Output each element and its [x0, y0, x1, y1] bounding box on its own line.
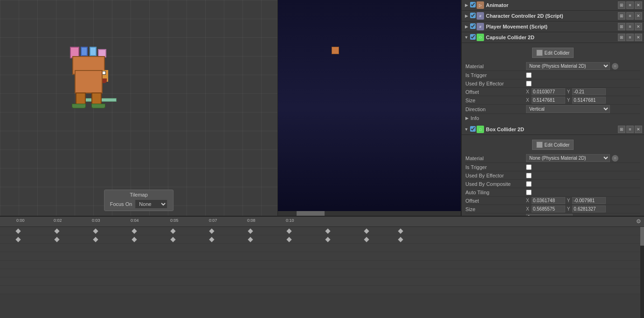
- box-usedbycomposite-checkbox[interactable]: [526, 181, 532, 187]
- capsule-material-picker-btn[interactable]: ○: [612, 63, 618, 70]
- char-hat-mid2: [90, 47, 97, 56]
- keyframe-1-11[interactable]: [398, 228, 403, 233]
- box-material-row: Material None (Physics Material 2D) ○: [465, 154, 640, 163]
- timeline-scrollbar-thumb[interactable]: [640, 227, 644, 246]
- capsule-usedbyeffector-checkbox[interactable]: [526, 81, 532, 86]
- player-movement-arrow[interactable]: ▶: [464, 24, 469, 29]
- box-usedbycomposite-row: Used By Composite: [465, 180, 640, 188]
- keyframe-2-11[interactable]: [398, 237, 403, 242]
- capsule-istrigger-checkbox[interactable]: [526, 72, 532, 78]
- capsule-offset-x[interactable]: [532, 88, 565, 95]
- box-material-dropdown[interactable]: None (Physics Material 2D): [526, 154, 610, 162]
- animator-settings-btn[interactable]: ⊞: [618, 1, 625, 9]
- animator-enabled[interactable]: [470, 2, 476, 7]
- capsule-material-dropdown[interactable]: None (Physics Material 2D): [526, 62, 610, 70]
- inspector-panel[interactable]: ▶ ▷ Animator ⊞ ≡ ✕ ▶ # Character Control…: [461, 0, 644, 216]
- box-edit-collider-icon: [536, 141, 543, 148]
- timeline-track-row-2: [0, 235, 640, 244]
- timeline-tracks[interactable]: [0, 227, 640, 318]
- animator-component-header[interactable]: ▶ ▷ Animator ⊞ ≡ ✕: [462, 0, 644, 11]
- box-size-y[interactable]: [572, 205, 606, 212]
- keyframe-1-6[interactable]: [209, 228, 214, 233]
- animator-arrow[interactable]: ▶: [464, 2, 469, 8]
- keyframe-2-5[interactable]: [170, 237, 175, 242]
- box-size-row: Size X Y: [465, 205, 640, 213]
- player-movement-header[interactable]: ▶ # Player Movement (Script) ⊞ ≡ ✕: [462, 21, 644, 32]
- keyframe-2-9[interactable]: [325, 237, 330, 242]
- capsule-offset-label: Offset: [465, 89, 526, 95]
- keyframe-2-8[interactable]: [286, 237, 291, 242]
- keyframe-1-2[interactable]: [54, 228, 59, 233]
- capsule-collider-header[interactable]: ▼ ⬭ Capsule Collider 2D ⊞ ≡ ✕: [462, 32, 644, 43]
- keyframe-2-4[interactable]: [132, 237, 137, 242]
- player-movement-enabled[interactable]: [470, 23, 476, 29]
- ruler-track: 0:00 0:02 0:03 0:04 0:05 0:07 0:08 0:10: [0, 217, 644, 226]
- game-view[interactable]: [278, 0, 461, 216]
- capsule-info-arrow[interactable]: ▶: [465, 116, 469, 120]
- box-istrigger-checkbox[interactable]: [526, 164, 532, 170]
- char-controller-more-btn[interactable]: ≡: [626, 12, 634, 20]
- capsule-size-y[interactable]: [572, 97, 606, 104]
- box-collider-close-btn[interactable]: ✕: [635, 126, 642, 133]
- timeline-content[interactable]: [0, 227, 644, 318]
- capsule-direction-dropdown[interactable]: Vertical Horizontal: [526, 105, 610, 113]
- keyframe-1-4[interactable]: [132, 228, 137, 233]
- timeline-settings-icon[interactable]: ⚙: [636, 218, 641, 225]
- capsule-offset-y[interactable]: [572, 88, 606, 95]
- box-collider-header[interactable]: ▼ □ Box Collider 2D ⊞ ≡ ✕: [462, 124, 644, 135]
- keyframe-2-1[interactable]: [15, 237, 21, 242]
- capsule-collider-enabled[interactable]: [470, 34, 476, 40]
- box-collider-enabled[interactable]: [470, 126, 476, 132]
- capsule-collider-more-btn[interactable]: ≡: [626, 34, 634, 41]
- capsule-collider-arrow[interactable]: ▼: [464, 35, 469, 40]
- keyframe-2-10[interactable]: [364, 237, 369, 242]
- keyframe-1-1[interactable]: [15, 228, 21, 233]
- timeline-scrollbar-v[interactable]: [640, 227, 644, 318]
- player-movement-settings-btn[interactable]: ⊞: [618, 23, 625, 30]
- box-size-x[interactable]: [532, 205, 565, 212]
- keyframe-2-3[interactable]: [93, 237, 98, 242]
- box-offset-x[interactable]: [532, 197, 565, 204]
- keyframe-2-2[interactable]: [54, 237, 59, 242]
- player-movement-close-btn[interactable]: ✕: [635, 23, 642, 30]
- keyframe-1-9[interactable]: [325, 228, 330, 233]
- box-collider-settings-btn[interactable]: ⊞: [618, 126, 625, 133]
- keyframe-2-7[interactable]: [248, 237, 253, 242]
- capsule-size-x[interactable]: [532, 97, 565, 104]
- focus-on-dropdown[interactable]: None: [135, 199, 167, 209]
- capsule-collider-settings-btn[interactable]: ⊞: [618, 34, 625, 41]
- capsule-collider-close-btn[interactable]: ✕: [635, 34, 642, 41]
- box-usedbyeffector-checkbox[interactable]: [526, 173, 532, 178]
- capsule-collider-icon: ⬭: [477, 34, 484, 41]
- char-controller-close-btn[interactable]: ✕: [635, 12, 642, 20]
- scrollbar-thumb-h[interactable]: [297, 211, 325, 216]
- char-controller-settings-btn[interactable]: ⊞: [618, 12, 625, 20]
- keyframe-2-6[interactable]: [209, 237, 214, 242]
- box-material-picker-btn[interactable]: ○: [612, 155, 618, 162]
- horizontal-scrollbar[interactable]: [278, 211, 461, 216]
- keyframe-1-8[interactable]: [286, 228, 291, 233]
- box-size-x-label: X: [526, 206, 529, 212]
- animator-close-btn[interactable]: ✕: [635, 1, 642, 9]
- keyframe-1-5[interactable]: [170, 228, 175, 233]
- keyframe-1-7[interactable]: [248, 228, 253, 233]
- char-controller-header[interactable]: ▶ # Character Controller 2D (Script) ⊞ ≡…: [462, 11, 644, 21]
- box-usedbycomposite-label: Used By Composite: [465, 181, 526, 187]
- char-controller-arrow[interactable]: ▶: [464, 13, 469, 19]
- box-autotiling-checkbox[interactable]: [526, 190, 532, 195]
- scene-view[interactable]: Tilemap Focus On None: [0, 0, 278, 216]
- timeline-area[interactable]: 0:00 0:02 0:03 0:04 0:05 0:07 0:08 0:10 …: [0, 216, 644, 318]
- player-movement-more-btn[interactable]: ≡: [626, 23, 634, 30]
- keyframe-1-3[interactable]: [93, 228, 98, 233]
- box-edit-collider-btn[interactable]: Edit Collider: [532, 140, 574, 150]
- box-offset-y[interactable]: [572, 197, 606, 204]
- animator-more-btn[interactable]: ≡: [626, 1, 634, 9]
- capsule-edit-collider-btn[interactable]: Edit Collider: [532, 48, 574, 58]
- keyframe-1-10[interactable]: [364, 228, 369, 233]
- char-controller-enabled[interactable]: [470, 13, 476, 18]
- box-collider-more-btn[interactable]: ≡: [626, 126, 634, 133]
- box-collider-arrow[interactable]: ▼: [464, 127, 469, 132]
- capsule-size-y-label: Y: [567, 98, 570, 103]
- char-foot-right: [91, 104, 105, 108]
- capsule-info-row: ▶ Info: [465, 114, 640, 122]
